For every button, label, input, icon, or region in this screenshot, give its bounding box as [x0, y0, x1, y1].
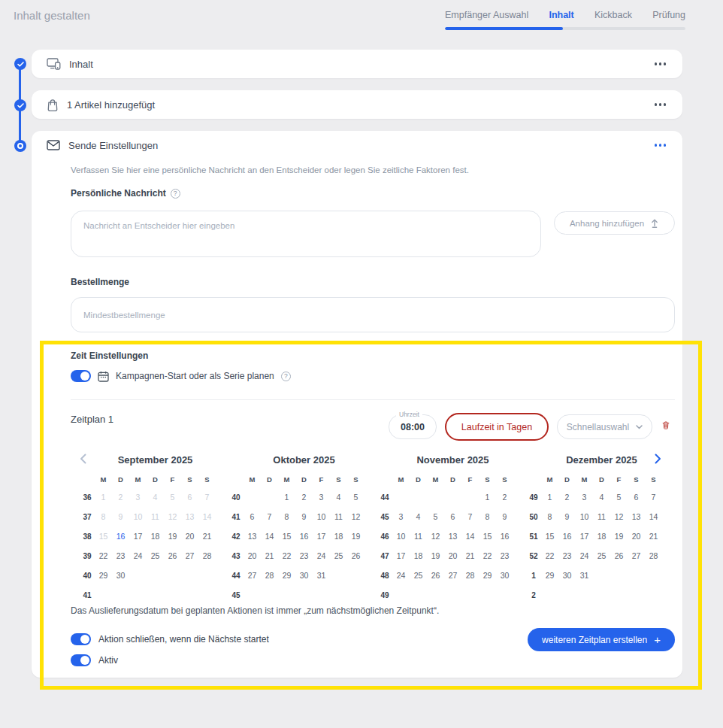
calendar-day[interactable]: 31 — [576, 571, 593, 580]
personal-message-textarea[interactable] — [71, 211, 541, 257]
ellipsis-menu-icon[interactable] — [655, 62, 667, 65]
calendar-day[interactable]: 13 — [628, 512, 645, 521]
calendar-day[interactable]: 20 — [181, 532, 198, 541]
calendar-day[interactable]: 20 — [444, 551, 461, 560]
calendar-day[interactable]: 18 — [330, 532, 347, 541]
calendar-day[interactable]: 19 — [164, 532, 181, 541]
calendar-day[interactable]: 5 — [427, 512, 444, 521]
runtime-in-days-button[interactable]: Laufzeit in Tagen — [445, 413, 549, 441]
tab-pr-fung[interactable]: Prüfung — [652, 10, 685, 20]
ellipsis-menu-icon[interactable] — [655, 103, 667, 106]
calendar-day[interactable]: 7 — [261, 512, 278, 521]
calendar-day[interactable]: 16 — [496, 532, 513, 541]
time-field[interactable]: Uhrzeit 08:00 — [389, 414, 437, 439]
tab-inhalt[interactable]: Inhalt — [549, 10, 573, 20]
calendar-day[interactable]: 5 — [347, 493, 365, 502]
calendar-day[interactable]: 13 — [244, 532, 261, 541]
calendar-day[interactable]: 8 — [479, 512, 496, 521]
calendar-day[interactable]: 15 — [278, 532, 295, 541]
calendar-day[interactable]: 26 — [427, 571, 444, 580]
tab-kickback[interactable]: Kickback — [594, 10, 632, 20]
calendar-day[interactable]: 24 — [576, 551, 593, 560]
calendar-day[interactable]: 20 — [628, 532, 645, 541]
calendar-day[interactable]: 19 — [427, 551, 444, 560]
calendar-day[interactable]: 18 — [410, 551, 427, 560]
calendar-day[interactable]: 5 — [610, 493, 628, 502]
calendar-day[interactable]: 27 — [244, 571, 261, 580]
calendar-day[interactable]: 30 — [112, 571, 129, 580]
calendar-day[interactable]: 29 — [278, 571, 295, 580]
calendar-day[interactable]: 11 — [330, 512, 347, 521]
calendar-day[interactable]: 26 — [347, 551, 365, 560]
calendar-day[interactable]: 9 — [496, 512, 513, 521]
calendar-day[interactable]: 12 — [610, 512, 628, 521]
calendar-day[interactable]: 27 — [444, 571, 461, 580]
calendar-day[interactable]: 4 — [410, 512, 427, 521]
calendar-day[interactable]: 15 — [479, 532, 496, 541]
calendar-day[interactable]: 25 — [593, 551, 610, 560]
calendar-day[interactable]: 9 — [558, 512, 576, 521]
section-card-inhalt[interactable]: Inhalt — [32, 50, 682, 78]
calendar-day[interactable]: 7 — [645, 493, 662, 502]
calendar-day[interactable]: 14 — [645, 512, 662, 521]
calendar-day[interactable]: 19 — [347, 532, 365, 541]
calendar-day[interactable]: 27 — [628, 551, 645, 560]
calendar-day[interactable]: 26 — [610, 551, 628, 560]
time-field-value[interactable]: 08:00 — [389, 415, 436, 438]
quick-select-dropdown[interactable]: Schnellauswahl — [557, 414, 652, 439]
calendar-day[interactable]: 9 — [295, 512, 313, 521]
calendar-day[interactable]: 19 — [610, 532, 628, 541]
calendar-day[interactable]: 16 — [112, 532, 129, 541]
calendar-day[interactable]: 26 — [164, 551, 181, 560]
calendar-day[interactable]: 16 — [295, 532, 313, 541]
calendar-day[interactable]: 22 — [278, 551, 295, 560]
calendar-day[interactable]: 24 — [313, 551, 330, 560]
tab-empf-nger-auswahl[interactable]: Empfänger Auswahl — [445, 10, 528, 20]
calendar-day[interactable]: 21 — [261, 551, 278, 560]
section-card-artikel[interactable]: 1 Artikel hinzugefügt — [32, 90, 682, 119]
calendar-day[interactable]: 14 — [461, 532, 479, 541]
calendar-day[interactable]: 22 — [541, 551, 558, 560]
calendar-day[interactable]: 31 — [313, 571, 330, 580]
order-quantity-input[interactable] — [71, 297, 675, 332]
calendar-day[interactable]: 28 — [198, 551, 216, 560]
calendar-day[interactable]: 2 — [496, 493, 513, 502]
calendar-day[interactable]: 17 — [129, 532, 147, 541]
calendar-day[interactable]: 18 — [147, 532, 164, 541]
calendar-day[interactable]: 23 — [295, 551, 313, 560]
calendar-day[interactable]: 3 — [313, 493, 330, 502]
calendar-day[interactable]: 4 — [330, 493, 347, 502]
calendar-day[interactable]: 23 — [558, 551, 576, 560]
calendar-day[interactable]: 3 — [576, 493, 593, 502]
help-icon[interactable]: ? — [281, 372, 291, 381]
section-header-artikel[interactable]: 1 Artikel hinzugefügt — [32, 90, 682, 119]
calendar-day[interactable]: 28 — [461, 571, 479, 580]
calendar-day[interactable]: 10 — [392, 532, 410, 541]
calendar-day[interactable]: 4 — [593, 493, 610, 502]
help-icon[interactable]: ? — [171, 189, 180, 199]
calendar-day[interactable]: 30 — [496, 571, 513, 580]
section-header-sende-einstellungen[interactable]: Sende Einstellungen — [32, 131, 682, 159]
close-action-toggle[interactable] — [71, 633, 91, 645]
calendar-day[interactable]: 21 — [645, 532, 662, 541]
calendar-day[interactable]: 18 — [593, 532, 610, 541]
add-attachment-button[interactable]: Anhang hinzufügen — [554, 211, 675, 235]
calendar-day[interactable]: 23 — [496, 551, 513, 560]
active-toggle[interactable] — [71, 654, 91, 666]
calendar-day[interactable]: 27 — [181, 551, 198, 560]
calendar-day[interactable]: 2 — [295, 493, 313, 502]
calendar-day[interactable]: 8 — [541, 512, 558, 521]
section-header-inhalt[interactable]: Inhalt — [32, 50, 682, 78]
calendar-day[interactable]: 12 — [347, 512, 365, 521]
ellipsis-menu-icon[interactable] — [655, 144, 667, 147]
calendar-day[interactable]: 30 — [295, 571, 313, 580]
calendar-day[interactable]: 17 — [392, 551, 410, 560]
calendar-day[interactable]: 22 — [479, 551, 496, 560]
calendar-day[interactable]: 17 — [576, 532, 593, 541]
calendar-day[interactable]: 14 — [261, 532, 278, 541]
calendar-day[interactable]: 11 — [593, 512, 610, 521]
calendar-day[interactable]: 1 — [479, 493, 496, 502]
calendar-day[interactable]: 24 — [392, 571, 410, 580]
campaign-schedule-toggle[interactable] — [71, 370, 91, 382]
calendar-day[interactable]: 12 — [427, 532, 444, 541]
